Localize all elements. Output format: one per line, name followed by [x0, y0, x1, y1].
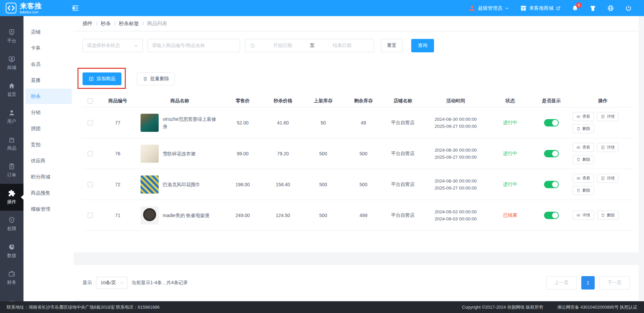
prev-page-button[interactable]: 上一页	[546, 276, 577, 290]
chevron-down-icon	[120, 280, 124, 285]
storefront-icon	[520, 5, 527, 12]
document-icon	[601, 145, 605, 150]
retail-price: 249.00	[222, 213, 264, 218]
chevron-down-icon	[134, 43, 139, 48]
view-button[interactable]: 查看	[573, 112, 594, 121]
trash-icon	[143, 76, 148, 82]
sidebar-item-distribution[interactable]: 分销	[25, 105, 72, 120]
visible-toggle[interactable]	[544, 181, 559, 188]
trash-icon	[576, 157, 581, 162]
delete-button[interactable]: 删除	[573, 155, 594, 164]
remaining-stock: 500	[344, 151, 383, 156]
trash-icon	[576, 188, 581, 193]
current-page-button[interactable]: 1	[581, 276, 595, 290]
row-checkbox[interactable]	[88, 213, 93, 218]
top-header: 来客推 laiketui.com 超级管理员 来客推商城	[0, 0, 644, 16]
sidebar-item-auction[interactable]: 竞拍	[25, 137, 72, 152]
brand-logo-icon	[5, 2, 17, 14]
rail-item-finance[interactable]: 财务	[0, 264, 23, 291]
rail-item-home[interactable]: 首页	[0, 76, 23, 103]
rail-item-orders[interactable]: 订单	[0, 157, 23, 184]
sidebar-item-templates[interactable]: 模板管理	[25, 201, 72, 217]
detail-button[interactable]: 详情	[597, 174, 619, 183]
sidebar-item-presale[interactable]: 商品预售	[25, 185, 72, 201]
delete-button[interactable]: 删除	[597, 211, 619, 220]
activity-time: 2024-08-30 00:00:002025-09-27 00:00:00	[423, 147, 488, 160]
rail-item-platform[interactable]: S 平台	[0, 23, 23, 50]
pagination-summary: 当前显示1-4条，共4条记录	[131, 280, 188, 286]
sidebar-item-members[interactable]: 会员	[25, 56, 72, 72]
product-image	[141, 145, 159, 163]
mall-label: 来客推商城	[529, 5, 554, 11]
add-product-button[interactable]: 添加商品	[83, 72, 121, 85]
sidebar-item-points-mall[interactable]: 积分商城	[25, 169, 72, 185]
next-page-button[interactable]: 下一页	[599, 276, 630, 290]
logout-power-icon[interactable]	[625, 5, 632, 12]
eye-icon	[576, 145, 581, 150]
breadcrumb: 插件 / 秒杀 / 秒杀标签 / 商品列表	[74, 16, 639, 32]
delete-button[interactable]: 删除	[573, 124, 594, 133]
breadcrumb-seckill-tags[interactable]: 秒杀标签	[119, 20, 139, 27]
reset-button[interactable]: 重置	[381, 39, 402, 52]
mall-link[interactable]: 来客推商城	[520, 5, 561, 12]
svg-text:S: S	[11, 30, 13, 33]
row-checkbox[interactable]	[88, 120, 93, 125]
detail-button[interactable]: 详情	[573, 211, 594, 220]
filter-bar: 请选择秒杀状态 请输入商品编号/商品名称 开始日期 至 结束日期 重置 查询	[74, 32, 639, 52]
rail-item-goods[interactable]: 商品	[0, 130, 23, 157]
collapse-menu-icon[interactable]	[71, 4, 80, 12]
sidebar-item-coupons[interactable]: 卡券	[25, 40, 72, 56]
listed-stock: 500	[302, 151, 344, 156]
sidebar-item-groupbuy[interactable]: 拼团	[25, 121, 72, 136]
visible-toggle[interactable]	[544, 150, 559, 157]
detail-button[interactable]: 详情	[597, 143, 619, 152]
sidebar-item-live[interactable]: 直播	[25, 72, 72, 88]
row-checkbox[interactable]	[88, 151, 93, 156]
detail-button[interactable]: 详情	[597, 112, 619, 121]
view-button[interactable]: 查看	[573, 143, 594, 152]
trash-icon	[576, 126, 581, 131]
notifications-button[interactable]: 4	[572, 5, 579, 12]
rail-item-mall[interactable]: 商城	[0, 50, 23, 76]
product-id: 71	[98, 213, 138, 218]
sidebar-item-seckill[interactable]: 秒杀	[25, 89, 72, 104]
table-row: 76 雪纺碎花连衣裙 99.00 79.20 500 500 平台自营店 202…	[83, 138, 633, 169]
display-label: 显示	[83, 280, 92, 286]
delete-button[interactable]: 删除	[573, 186, 594, 195]
user-menu[interactable]: 超级管理员	[469, 5, 509, 12]
seckill-price: 158.40	[264, 182, 302, 187]
keyword-input[interactable]: 请输入商品编号/商品名称	[148, 39, 240, 52]
language-globe-icon[interactable]	[607, 5, 614, 12]
rail-item-data[interactable]: 数据	[0, 238, 23, 264]
eye-icon	[576, 176, 581, 180]
batch-delete-button[interactable]: 批量删除	[137, 72, 175, 85]
product-table: 商品编号 商品名称 零售价 秒杀价格 上架库存 剩余库存 店铺名称 活动时间 状…	[83, 95, 633, 231]
theme-tshirt-icon[interactable]	[589, 5, 596, 12]
sidebar-item-store[interactable]: 店铺	[25, 24, 72, 40]
visible-toggle[interactable]	[544, 119, 559, 126]
brand-logo[interactable]: 来客推 laiketui.com	[0, 2, 70, 14]
row-checkbox[interactable]	[88, 182, 93, 187]
date-range-picker[interactable]: 开始日期 至 结束日期	[245, 39, 374, 52]
rail-item-users[interactable]: 用户	[0, 103, 23, 130]
status-select[interactable]: 请选择秒杀状态	[83, 39, 143, 52]
select-all-checkbox[interactable]	[88, 98, 93, 104]
rail-item-plugins[interactable]: 插件	[0, 184, 23, 211]
sidebar-item-supplier[interactable]: 供应商	[25, 153, 72, 168]
rail-item-permissions[interactable]: 权限	[0, 211, 23, 238]
page-size-select[interactable]: 10条/页	[96, 277, 127, 289]
remaining-stock: 499	[344, 213, 383, 218]
product-name: madie美的 铁釜电饭煲	[163, 212, 218, 219]
visible-toggle[interactable]	[544, 212, 559, 219]
puzzle-icon	[8, 190, 15, 197]
product-id: 77	[98, 120, 138, 125]
pagination: 显示 10条/页 当前显示1-4条，共4条记录 上一页 1 下一页	[74, 265, 639, 300]
plus-square-icon	[89, 76, 94, 82]
retail-price: 198.00	[222, 182, 264, 187]
activity-time: 2024-09-02 00:00:002024-09-03 00:00:00	[423, 209, 488, 222]
view-button[interactable]: 查看	[573, 174, 594, 183]
breadcrumb-plugins[interactable]: 插件	[83, 20, 93, 27]
search-button[interactable]: 查询	[411, 39, 434, 52]
status-badge: 进行中	[488, 151, 532, 157]
breadcrumb-seckill[interactable]: 秒杀	[101, 20, 111, 27]
